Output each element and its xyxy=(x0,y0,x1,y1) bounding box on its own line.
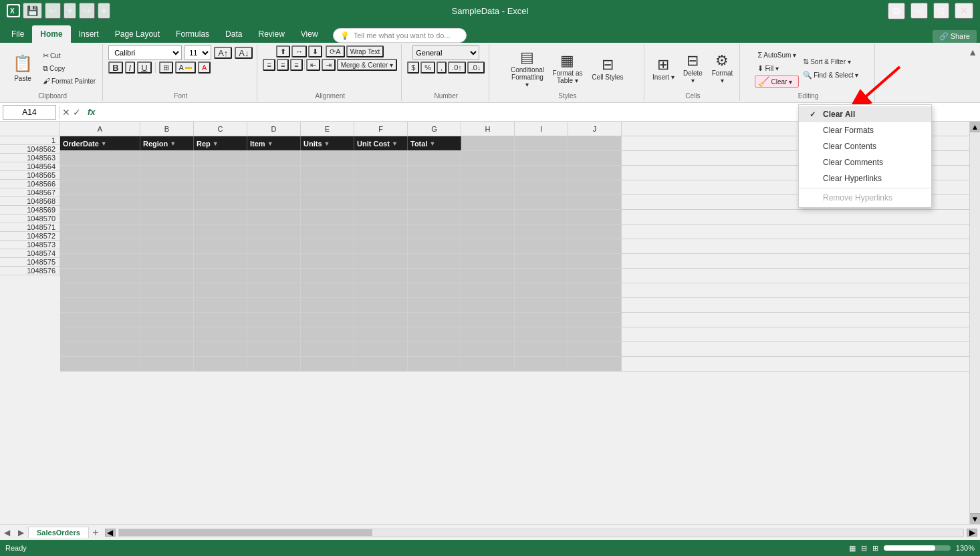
cell-F1048567[interactable] xyxy=(354,225,408,239)
row-header-1048569[interactable]: 1048569 xyxy=(0,206,60,215)
cell-I1048572[interactable] xyxy=(515,298,568,312)
increase-decimal-button[interactable]: .0↑ xyxy=(448,61,466,74)
cell-B1048565[interactable] xyxy=(140,195,194,209)
header-cell-region[interactable]: Region ▼ xyxy=(140,136,194,150)
cell-J1[interactable] xyxy=(568,136,622,150)
cell-B1048566[interactable] xyxy=(140,210,194,224)
cell-D1048568[interactable] xyxy=(247,239,301,253)
cell-A1048568[interactable] xyxy=(60,239,140,253)
cell-I1048566[interactable] xyxy=(515,210,568,224)
cell-A1048576[interactable] xyxy=(60,357,140,371)
cell-B1048573[interactable] xyxy=(140,313,194,327)
text-direction-button[interactable]: ⟳A xyxy=(326,45,344,57)
autosum-button[interactable]: Σ AutoSum ▾ xyxy=(755,49,799,61)
row-header-1048565[interactable]: 1048565 xyxy=(0,171,60,180)
col-header-D[interactable]: D xyxy=(247,122,301,136)
cell-I1048570[interactable] xyxy=(515,269,568,283)
cell-C1048564[interactable] xyxy=(194,180,247,194)
align-left-button[interactable]: ≡ xyxy=(263,59,275,71)
cell-A1048571[interactable] xyxy=(60,283,140,297)
row-header-1048572[interactable]: 1048572 xyxy=(0,232,60,241)
minimize-button[interactable]: ─ xyxy=(910,3,928,19)
tab-home[interactable]: Home xyxy=(32,25,70,43)
row-header-1048567[interactable]: 1048567 xyxy=(0,188,60,197)
col-header-G[interactable]: G xyxy=(408,122,461,136)
header-cell-item[interactable]: Item ▼ xyxy=(247,136,301,150)
tab-review[interactable]: Review xyxy=(250,25,292,43)
decrease-decimal-button[interactable]: .0↓ xyxy=(467,61,485,74)
cell-E1048569[interactable] xyxy=(301,254,354,268)
cell-B1048564[interactable] xyxy=(140,180,194,194)
cell-H1048575[interactable] xyxy=(461,342,515,356)
cell-H1048573[interactable] xyxy=(461,313,515,327)
cell-I1048563[interactable] xyxy=(515,166,568,180)
menu-item-clear-all[interactable]: Clear All xyxy=(799,106,931,122)
row-header-1[interactable]: 1 xyxy=(0,136,60,145)
align-right-button[interactable]: ≡ xyxy=(290,59,302,71)
scroll-left-button[interactable]: ◀ xyxy=(105,529,116,537)
name-box[interactable] xyxy=(3,105,56,120)
cell-B1048569[interactable] xyxy=(140,254,194,268)
cell-H1048570[interactable] xyxy=(461,269,515,283)
indent-increase-button[interactable]: ⇥ xyxy=(322,59,336,71)
cell-B1048574[interactable] xyxy=(140,327,194,341)
undo-dropdown-button[interactable]: ▾ xyxy=(64,3,76,19)
close-button[interactable]: ✕ xyxy=(955,3,973,19)
cell-E1048567[interactable] xyxy=(301,225,354,239)
cell-E1048562[interactable] xyxy=(301,151,354,165)
cell-C1048565[interactable] xyxy=(194,195,247,209)
cell-B1048563[interactable] xyxy=(140,166,194,180)
row-header-1048563[interactable]: 1048563 xyxy=(0,154,60,162)
middle-align-button[interactable]: ↔ xyxy=(291,45,307,57)
row-header-1048576[interactable]: 1048576 xyxy=(0,267,60,275)
cell-H1048564[interactable] xyxy=(461,180,515,194)
row-header-1048571[interactable]: 1048571 xyxy=(0,223,60,232)
cell-I1048571[interactable] xyxy=(515,283,568,297)
undo-button[interactable]: ↩ xyxy=(45,3,61,19)
format-cells-button[interactable]: ⚙ Format ▾ xyxy=(709,47,735,89)
row-header-1048562[interactable]: 1048562 xyxy=(0,145,60,154)
zoom-slider[interactable] xyxy=(884,545,951,551)
tab-file[interactable]: File xyxy=(3,25,32,43)
cell-C1048570[interactable] xyxy=(194,269,247,283)
cell-D1048571[interactable] xyxy=(247,283,301,297)
cell-I1048567[interactable] xyxy=(515,225,568,239)
scroll-right-button[interactable]: ▶ xyxy=(967,529,977,537)
cell-B1048575[interactable] xyxy=(140,342,194,356)
menu-item-clear-formats[interactable]: Clear Formats xyxy=(799,122,931,138)
filter-icon-rep[interactable]: ▼ xyxy=(213,140,219,147)
row-header-1048564[interactable]: 1048564 xyxy=(0,162,60,171)
cell-E1048566[interactable] xyxy=(301,210,354,224)
cell-G1048571[interactable] xyxy=(408,283,461,297)
cell-G1048568[interactable] xyxy=(408,239,461,253)
cell-G1048566[interactable] xyxy=(408,210,461,224)
cell-B1048570[interactable] xyxy=(140,269,194,283)
cell-I1048562[interactable] xyxy=(515,151,568,165)
font-size-select[interactable]: 11 xyxy=(185,45,211,60)
cell-D1048570[interactable] xyxy=(247,269,301,283)
row-header-1048573[interactable]: 1048573 xyxy=(0,241,60,249)
cell-H1048574[interactable] xyxy=(461,327,515,341)
cell-B1048571[interactable] xyxy=(140,283,194,297)
cell-G1048574[interactable] xyxy=(408,327,461,341)
cell-J1048572[interactable] xyxy=(568,298,622,312)
cell-A1048569[interactable] xyxy=(60,254,140,268)
cell-D1048576[interactable] xyxy=(247,357,301,371)
cell-D1048572[interactable] xyxy=(247,298,301,312)
bottom-align-button[interactable]: ⬇ xyxy=(308,45,322,57)
h-scrollbar-thumb[interactable] xyxy=(119,529,372,536)
filter-icon-unitcost[interactable]: ▼ xyxy=(392,140,398,147)
cell-D1048567[interactable] xyxy=(247,225,301,239)
cell-C1048567[interactable] xyxy=(194,225,247,239)
cell-G1048565[interactable] xyxy=(408,195,461,209)
cell-styles-button[interactable]: ⊟ Cell Styles xyxy=(589,47,626,89)
cell-F1048572[interactable] xyxy=(354,298,408,312)
sort-filter-button[interactable]: ⇅ Sort & Filter ▾ xyxy=(800,55,861,67)
cell-J1048569[interactable] xyxy=(568,254,622,268)
cell-D1048575[interactable] xyxy=(247,342,301,356)
tell-me-input[interactable]: 💡 Tell me what you want to do... xyxy=(333,28,467,43)
bold-button[interactable]: B xyxy=(108,61,122,74)
filter-icon-total[interactable]: ▼ xyxy=(429,140,435,147)
cell-B1048568[interactable] xyxy=(140,239,194,253)
cell-I1048576[interactable] xyxy=(515,357,568,371)
